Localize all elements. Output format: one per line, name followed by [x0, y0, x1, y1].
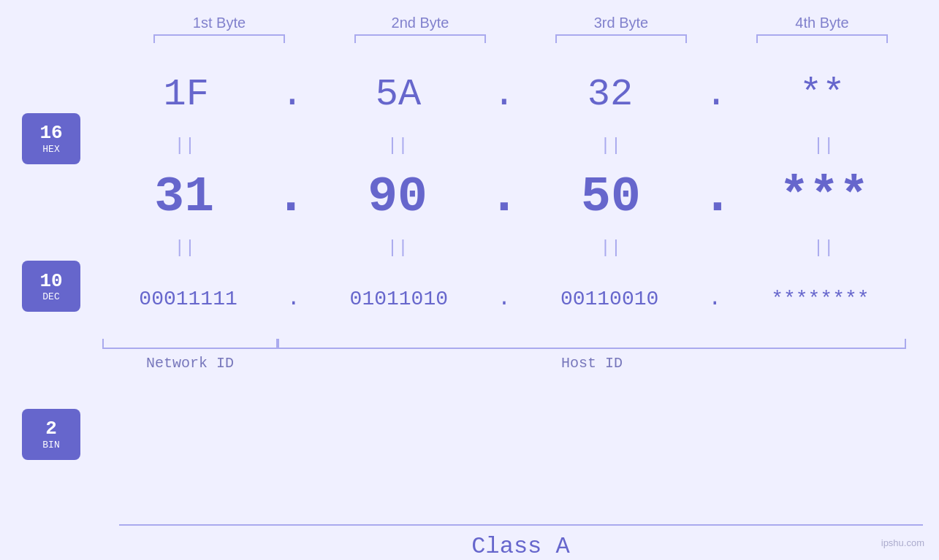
- label-col: 16 HEX 10 DEC 2 BIN: [0, 58, 102, 515]
- bin-val-2: 01011010: [326, 288, 472, 310]
- hex-val-1: 1F: [113, 73, 259, 116]
- hex-dot-3: .: [705, 73, 728, 116]
- byte4-header: 4th Byte: [749, 15, 895, 31]
- network-id-block: Network ID: [102, 339, 278, 372]
- watermark: ipshu.com: [881, 537, 924, 548]
- bin-row: 00011111 . 01011010 . 00110010 . *******…: [102, 262, 906, 335]
- hex-val-2: 5A: [325, 73, 471, 116]
- dec-dot-2: .: [488, 166, 520, 226]
- hex-number: 16: [39, 123, 62, 144]
- bracket-byte2: [354, 34, 486, 43]
- bracket-row-top: [119, 34, 923, 43]
- hex-dot-2: .: [493, 73, 515, 116]
- host-id-block: Host ID: [278, 339, 906, 372]
- dec-dot-3: .: [702, 166, 733, 226]
- equals-row-1: || || || ||: [102, 131, 906, 160]
- hex-badge: 16 HEX: [22, 113, 80, 164]
- byte-headers: 1st Byte 2nd Byte 3rd Byte 4th Byte: [119, 15, 923, 31]
- bin-val-4: ********: [747, 288, 893, 310]
- bracket-byte3: [555, 34, 687, 43]
- eq1-3: ||: [538, 136, 684, 156]
- rows-wrapper: 16 HEX 10 DEC 2 BIN 1F . 5A . 32 . **: [0, 58, 939, 515]
- eq2-1: ||: [112, 238, 258, 258]
- bin-val-3: 00110010: [536, 288, 683, 310]
- main-container: 1st Byte 2nd Byte 3rd Byte 4th Byte 16 H…: [0, 0, 939, 560]
- dec-dot-1: .: [275, 166, 306, 226]
- host-bracket: [278, 339, 906, 349]
- dec-val-1: 31: [111, 169, 257, 225]
- dec-label: DEC: [42, 291, 59, 302]
- hex-dot-1: .: [281, 73, 303, 116]
- bin-badge: 2 BIN: [22, 409, 80, 460]
- equals-row-2: || || || ||: [102, 233, 906, 262]
- dec-row: 31 . 90 . 50 . ***: [102, 160, 906, 233]
- class-row: Class A: [119, 524, 923, 560]
- eq1-2: ||: [324, 136, 471, 156]
- dec-number: 10: [39, 271, 62, 292]
- bin-number: 2: [45, 418, 57, 440]
- class-label: Class A: [471, 533, 569, 560]
- hex-val-3: 32: [537, 73, 683, 116]
- bin-dot-1: .: [287, 286, 300, 311]
- bin-val-1: 00011111: [115, 288, 262, 310]
- dec-val-2: 90: [324, 169, 471, 225]
- dec-val-4: ***: [751, 169, 897, 225]
- byte3-header: 3rd Byte: [548, 15, 694, 31]
- eq1-1: ||: [112, 136, 258, 156]
- bin-dot-2: .: [498, 286, 511, 311]
- hex-val-4: **: [749, 73, 895, 116]
- eq2-4: ||: [750, 238, 897, 258]
- network-bracket: [102, 339, 278, 349]
- eq1-4: ||: [750, 136, 897, 156]
- bin-label: BIN: [42, 440, 59, 450]
- dec-badge: 10 DEC: [22, 261, 80, 312]
- eq2-3: ||: [538, 238, 684, 258]
- host-id-label: Host ID: [561, 355, 623, 372]
- bin-dot-3: .: [708, 286, 721, 311]
- hex-label: HEX: [42, 144, 59, 155]
- dec-val-3: 50: [538, 169, 684, 225]
- bracket-byte4: [756, 34, 888, 43]
- content-col: 1F . 5A . 32 . ** || || || || 31: [102, 58, 939, 515]
- byte1-header: 1st Byte: [146, 15, 292, 31]
- bracket-byte1: [153, 34, 285, 43]
- byte2-header: 2nd Byte: [347, 15, 493, 31]
- hex-row: 1F . 5A . 32 . **: [102, 58, 906, 131]
- eq2-2: ||: [324, 238, 471, 258]
- network-id-label: Network ID: [146, 355, 234, 372]
- network-host-row: Network ID Host ID: [102, 339, 906, 372]
